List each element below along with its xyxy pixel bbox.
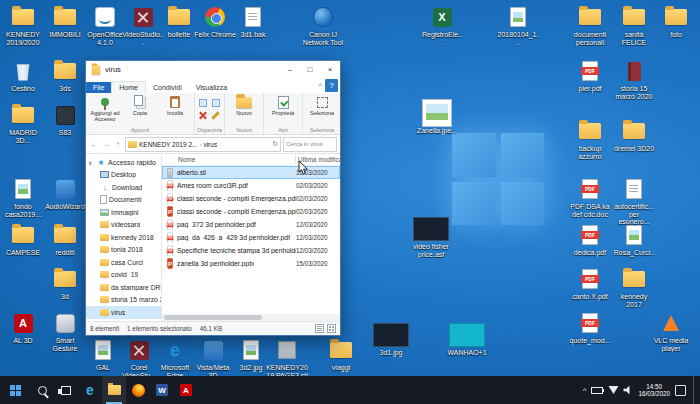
ribbon-button-rinomina[interactable] [210, 110, 221, 121]
file-row-alberto-stl[interactable]: alberto.stl16/03/2020 [162, 166, 340, 179]
desktop-icon-viaggi[interactable]: viaggi [320, 337, 362, 372]
desktop-icon-quote-mod[interactable]: PDFquote_mod... [569, 310, 611, 345]
search-input[interactable]: Cerca in virus [283, 137, 337, 152]
ribbon-button-incolla[interactable]: Incolla [158, 94, 192, 116]
taskbar-search[interactable] [30, 376, 54, 404]
close-button[interactable]: × [320, 61, 340, 78]
nav-item-casa-curci[interactable]: casa Curci [86, 256, 161, 269]
details-view-button[interactable] [315, 324, 324, 333]
file-row-pag-da-426-a-429-3d-penholder-pdf[interactable]: PDFpag_da_426_a_429 3d penholder.pdf12/0… [162, 231, 340, 244]
desktop-icon-vista-meta-3d[interactable]: Vista/Meta 3D [192, 337, 234, 376]
desktop-icon-vlc-media-player[interactable]: VLC media player [650, 310, 692, 352]
taskbar-file-explorer[interactable] [102, 376, 126, 404]
ribbon-button-propriet[interactable]: Proprietà [266, 94, 300, 116]
action-center-icon[interactable] [675, 385, 686, 396]
desktop-icon-pdf-dsa-ka-def-cdc-doc[interactable]: PDFPDF DSA ka def cdc.doc [569, 176, 611, 218]
desktop-icon-20180104-1[interactable]: 20180104_1... [497, 4, 539, 46]
desktop-icon-smart-gesture[interactable]: Smart Gesture [44, 310, 86, 352]
desktop-icon-foto[interactable]: foto [655, 4, 697, 39]
ribbon-button-aggiungi-ad-accesso-rapido[interactable]: Aggiungi ad Accesso rapido [88, 94, 122, 122]
tab-condividi[interactable]: Condividi [146, 82, 189, 93]
desktop-icon-3d1-bak[interactable]: 3d1.bak [232, 4, 274, 39]
desktop-icon-zanella-jpe[interactable]: Zanella.jpe... [416, 100, 458, 135]
nav-item-videosara[interactable]: videosara [86, 219, 161, 232]
desktop-icon-madrid-3d[interactable]: MADRID 3D... [2, 102, 44, 144]
tab-visualizza[interactable]: Visualizza [189, 82, 234, 93]
desktop-icon-backup-azzurro[interactable]: backup azzurro [569, 118, 611, 160]
desktop-icon-wanhao-1[interactable]: WANHAO+1 [446, 322, 488, 357]
address-box[interactable]: KENNEDY 2019 2... › virus ↻ [125, 137, 281, 152]
explorer-titlebar[interactable]: virus – □ × [86, 61, 340, 78]
desktop-icon-canto-x-pdf[interactable]: PDFcanto X.pdf [569, 266, 611, 301]
desktop-icon-sanit-felice[interactable]: sanità FELICE [613, 4, 655, 46]
nav-item-covid-19[interactable]: covid_19 [86, 269, 161, 282]
desktop-icon-autocertific-per-esonero[interactable]: autocertific... per esonero... [613, 176, 655, 226]
taskbar-clock[interactable]: 14:50 16/03/2020 [638, 383, 670, 398]
nav-item-accesso-rapido[interactable]: ∨★Accesso rapido [86, 156, 161, 169]
file-row-classi-seconde-compiti-emergenza-pdf[interactable]: PDFclassi seconde - compiti Emergenza.pd… [162, 192, 340, 205]
tab-file[interactable]: File [86, 82, 111, 93]
horizontal-scrollbar[interactable] [162, 314, 340, 321]
up-button[interactable]: ↑ [113, 140, 123, 149]
desktop-icon-3ds[interactable]: 3ds [44, 58, 86, 93]
ribbon-button-copia-in[interactable] [210, 97, 221, 108]
desktop-icon-openoffice-4-1-0[interactable]: OpenOffice 4.1.0 [84, 4, 126, 46]
file-row-pag-372-3d-penholder-pdf[interactable]: PDFpag_372 3d penholder.pdf12/03/2020 [162, 218, 340, 231]
ribbon-button-elimina[interactable] [197, 110, 208, 121]
nav-item-da-stampare-dri[interactable]: da stampare DRI [86, 281, 161, 294]
file-row-classi-seconde-compiti-emergenza-pptx[interactable]: Pclassi seconde - compiti Emergenza.pptx… [162, 205, 340, 218]
taskbar-task-view[interactable] [54, 376, 78, 404]
ribbon-button-sposta[interactable] [197, 97, 208, 108]
maximize-button[interactable]: □ [300, 61, 320, 78]
desktop-icon-rosa-curci[interactable]: Rosa_Curci... [613, 222, 655, 264]
nav-item-storia-15-marzo-2[interactable]: storia 15 marzo 2 [86, 294, 161, 307]
thumbnail-view-button[interactable] [327, 324, 336, 333]
nav-item-immagini[interactable]: Immagini [86, 206, 161, 219]
help-button[interactable]: ? [325, 79, 338, 92]
desktop-icon-dremel-3d20[interactable]: dremel 3D20 [613, 118, 655, 153]
desktop-icon-3d1-jpg[interactable]: 3d1.jpg [370, 322, 412, 357]
ribbon-button-copia[interactable]: Copia [123, 94, 157, 116]
desktop-icon-redditi[interactable]: redditi [44, 222, 86, 257]
desktop-icon-storia-15-marzo-2020[interactable]: storia 15 marzo 2020 [613, 58, 655, 100]
breadcrumb-current[interactable]: virus [203, 141, 217, 148]
desktop-icon-audiowizard[interactable]: AudioWizard [44, 176, 86, 211]
battery-icon[interactable] [591, 387, 603, 394]
nav-item-kennedy-2018[interactable]: kennedy 2018 [86, 231, 161, 244]
desktop-icon-pier-pdf[interactable]: PDFpier.pdf [569, 58, 611, 93]
taskbar-acrobat[interactable]: A [174, 376, 198, 404]
desktop-icon-video-fisher-price-asf[interactable]: video fisher price.asf [410, 216, 452, 258]
desktop-icon-kennedy-2019-2020[interactable]: KENNEDY 2019/2020 [2, 4, 44, 46]
refresh-icon[interactable]: ↻ [272, 140, 278, 148]
desktop-icon-cestino[interactable]: Cestino [2, 58, 44, 93]
wifi-icon[interactable] [608, 386, 618, 394]
desktop-icon-campese[interactable]: CAMPESE [2, 222, 44, 257]
desktop-icon-al-3d[interactable]: AAL 3D [2, 310, 44, 345]
column-header-name[interactable]: Nome [162, 154, 296, 165]
desktop-icon-canon-ij-network-tool[interactable]: Canon IJ Network Tool [302, 4, 344, 46]
taskbar-word[interactable]: W [150, 376, 174, 404]
nav-item-tonia-2018[interactable]: tonia 2018 [86, 244, 161, 257]
desktop-icon-documenti-personali[interactable]: documenti personali [569, 4, 611, 46]
nav-item-desktop[interactable]: Desktop [86, 169, 161, 182]
desktop-icon-s83[interactable]: S83 [44, 102, 86, 137]
forward-button[interactable]: → [101, 140, 111, 149]
desktop-icon-kennedy-2017[interactable]: kennedy 2017 [613, 266, 655, 308]
desktop-icon-dedica-pdf[interactable]: PDFdedica.pdf [569, 222, 611, 257]
ribbon-button-seleziona[interactable]: Seleziona [305, 94, 339, 116]
scrollbar-thumb[interactable] [164, 315, 262, 320]
desktop-icon-felix-chrome[interactable]: Felix Chrome [194, 4, 236, 39]
taskbar-firefox[interactable] [126, 376, 150, 404]
tray-expand-icon[interactable]: ^ [583, 386, 587, 395]
desktop-icon-kennedy2019-pags3-stl[interactable]: KENNEDY2019 PAGS3.stl [266, 337, 308, 376]
ribbon-collapse-icon[interactable]: ^ [319, 82, 322, 89]
nav-item-documenti[interactable]: Documenti [86, 194, 161, 207]
back-button[interactable]: ← [89, 140, 99, 149]
desktop-icon-3d[interactable]: 3d [44, 266, 86, 301]
tab-home[interactable]: Home [111, 81, 146, 93]
breadcrumb-root[interactable]: KENNEDY 2019 2... [139, 141, 197, 148]
taskbar-edge[interactable]: e [78, 376, 102, 404]
file-row-specifiche-tecniche-stampa-3d-penholder[interactable]: PDFSpecifiche tecniche stampa 3d penhold… [162, 244, 340, 257]
file-row-zanella-3d-penholder-pptx[interactable]: Pzanella 3d penholder.pptx15/03/2020 [162, 257, 340, 270]
ribbon-button-nuovo[interactable]: Nuovo [227, 94, 261, 116]
